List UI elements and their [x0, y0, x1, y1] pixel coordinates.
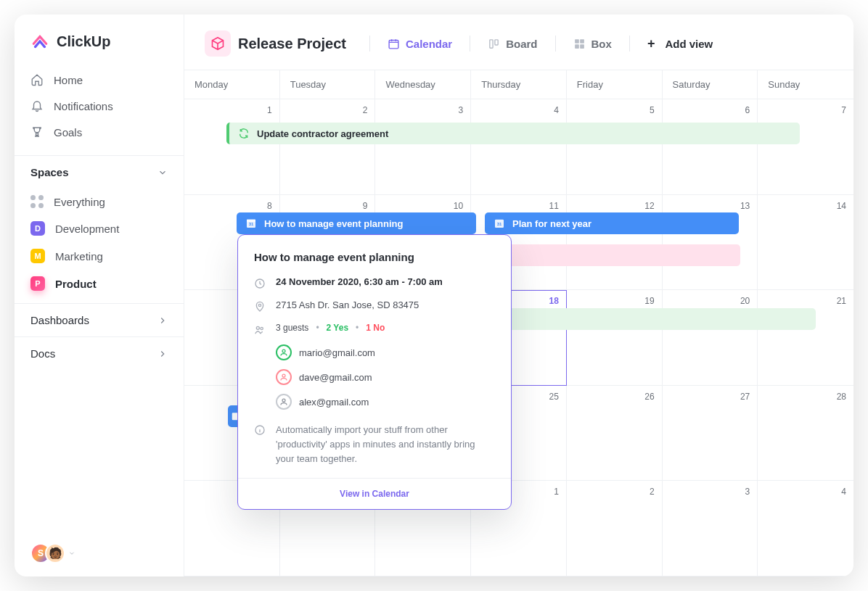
bell-icon: [30, 99, 44, 112]
main-area: Release Project Calendar Board Box + Add…: [184, 15, 853, 576]
calendar-cell[interactable]: 4: [758, 481, 853, 576]
calendar-cell[interactable]: 1: [184, 99, 280, 195]
calendar-cell[interactable]: 14: [758, 195, 853, 291]
project-icon: [205, 30, 231, 57]
calendar-cell[interactable]: 13: [663, 195, 758, 291]
popover-guests-row: 3 guests • 2 Yes • 1 No: [254, 323, 495, 336]
date-number: 26: [644, 392, 654, 402]
calendar-cell[interactable]: 12: [567, 195, 663, 291]
nav-notifications-label: Notifications: [54, 100, 113, 112]
calendar-cell[interactable]: 21: [758, 290, 853, 386]
sidebar-dashboards-label: Dashboards: [30, 314, 89, 326]
date-number: 18: [549, 296, 558, 306]
profile-switcher[interactable]: S 🧑🏾: [15, 530, 184, 576]
calendar-cell[interactable]: 2: [280, 99, 376, 195]
calendar-cell[interactable]: 4: [471, 99, 567, 195]
calendar-cell[interactable]: 19: [567, 290, 663, 386]
date-number: 28: [837, 392, 846, 402]
calendar-cell[interactable]: 5: [567, 99, 663, 195]
date-number: 12: [644, 201, 654, 211]
pin-icon: [254, 301, 266, 313]
nav-home[interactable]: Home: [15, 67, 184, 93]
guest-row: mario@gmail.com: [276, 344, 495, 360]
date-number: 27: [740, 392, 750, 402]
spaces-header[interactable]: Spaces: [15, 155, 184, 189]
svg-point-17: [282, 350, 285, 352]
date-number: 9: [363, 201, 368, 211]
calendar-cell[interactable]: 2: [567, 481, 663, 576]
sidebar-item-development[interactable]: D Development: [15, 215, 184, 242]
popover-title: How to manage event planning: [254, 251, 495, 263]
calendar-cell[interactable]: 3: [663, 481, 758, 576]
event-update-contractor[interactable]: Update contractor agreement: [226, 123, 800, 144]
svg-rect-6: [580, 44, 584, 49]
sync-icon: [238, 128, 250, 139]
calendar-day-header: Monday Tuesday Wednesday Thursday Friday…: [184, 70, 853, 99]
calendar-cell[interactable]: 7: [758, 99, 853, 195]
date-number: 6: [745, 105, 750, 115]
calendar-cell[interactable]: 20: [663, 290, 758, 386]
guest-email: dave@gmail.com: [299, 372, 372, 383]
event-pink[interactable]: [489, 244, 740, 266]
event-label: Plan for next year: [512, 218, 591, 229]
add-view-label: Add view: [665, 38, 713, 50]
add-view-button[interactable]: + Add view: [643, 33, 717, 54]
view-box[interactable]: Box: [569, 35, 616, 53]
separator: [629, 36, 630, 51]
date-number: 3: [745, 487, 750, 497]
calendar-cell[interactable]: 3: [375, 99, 471, 195]
avatar: 🧑🏾: [45, 543, 65, 563]
guest-row: dave@gmail.com: [276, 369, 495, 385]
calendar-cell[interactable]: 27: [663, 386, 758, 482]
view-calendar[interactable]: Calendar: [383, 35, 456, 53]
svg-rect-4: [580, 39, 584, 44]
nav-notifications[interactable]: Notifications: [15, 93, 184, 119]
brand: ClickUp: [15, 15, 184, 64]
svg-rect-8: [247, 220, 255, 222]
calendar-cell[interactable]: 26: [567, 386, 663, 482]
date-number: 4: [841, 487, 846, 497]
event-manage-planning[interactable]: 31 How to manage event planning: [237, 212, 476, 234]
info-icon: [254, 424, 266, 436]
calendar-date-icon: 31: [494, 218, 505, 229]
sidebar-item-product[interactable]: P Product: [15, 270, 184, 297]
date-number: 8: [267, 201, 272, 211]
sidebar-dashboards[interactable]: Dashboards: [15, 303, 184, 336]
calendar-cell[interactable]: 28: [758, 386, 853, 482]
calendar-cell[interactable]: 6: [663, 99, 758, 195]
calendar-body: 1234567891011121314151617181920212223242…: [184, 99, 853, 576]
svg-rect-2: [495, 39, 498, 44]
date-number: 4: [554, 105, 559, 115]
chevron-right-icon: [157, 315, 168, 326]
sidebar-item-marketing[interactable]: M Marketing: [15, 242, 184, 270]
event-green-2[interactable]: [489, 308, 816, 330]
sidebar-item-everything[interactable]: Everything: [15, 189, 184, 215]
date-number: 13: [740, 201, 750, 211]
calendar-icon: [388, 38, 400, 50]
space-badge: M: [30, 249, 45, 263]
date-number: 11: [549, 201, 558, 211]
svg-text:31: 31: [497, 222, 502, 226]
event-plan-next-year[interactable]: 31 Plan for next year: [485, 212, 739, 234]
person-icon: [276, 369, 292, 385]
calendar-date-icon: 31: [245, 218, 257, 229]
clickup-logo-icon: [30, 32, 49, 51]
view-in-calendar-link[interactable]: View in Calendar: [238, 478, 511, 509]
primary-nav: Home Notifications Goals: [15, 64, 184, 155]
date-number: 20: [740, 296, 750, 306]
svg-point-16: [261, 327, 263, 329]
grid-icon: [30, 195, 44, 208]
sidebar-docs[interactable]: Docs: [15, 336, 184, 370]
date-number: 7: [841, 105, 846, 115]
nav-goals[interactable]: Goals: [15, 119, 184, 145]
app-frame: ClickUp Home Notifications Goals Spaces …: [15, 15, 853, 576]
guests-yes: 2 Yes: [327, 323, 348, 333]
sidebar-bottom: Dashboards Docs: [15, 303, 184, 370]
guest-email: alex@gmail.com: [299, 397, 369, 408]
day-label: Saturday: [663, 70, 758, 99]
view-board[interactable]: Board: [483, 35, 541, 53]
sidebar-item-label: Product: [55, 278, 97, 290]
sidebar-item-label: Development: [55, 223, 119, 235]
sidebar-item-label: Marketing: [55, 250, 103, 263]
popover-description-row: Automatically import your stuff from oth…: [254, 423, 495, 466]
